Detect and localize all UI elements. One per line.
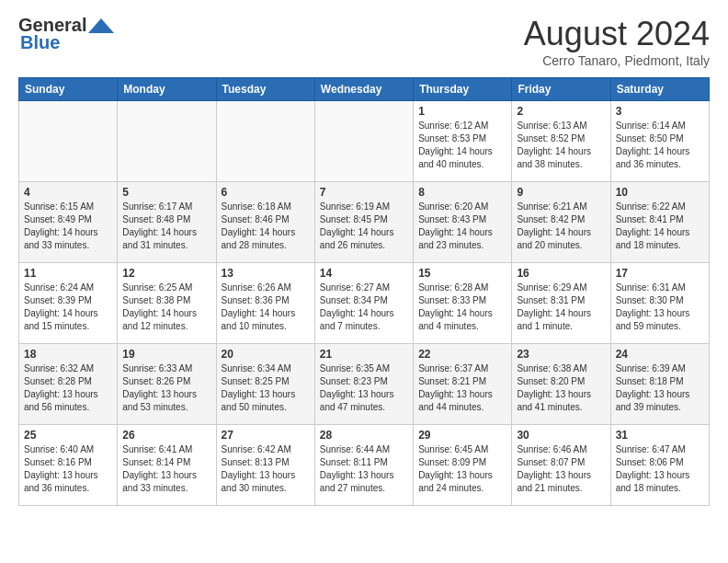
- calendar-cell: 26Sunrise: 6:41 AMSunset: 8:14 PMDayligh…: [118, 425, 216, 506]
- calendar-cell: 29Sunrise: 6:45 AMSunset: 8:09 PMDayligh…: [414, 425, 512, 506]
- day-number: 19: [122, 348, 210, 361]
- calendar-cell: [314, 101, 413, 182]
- day-info: Sunrise: 6:12 AMSunset: 8:53 PMDaylight:…: [418, 120, 506, 171]
- logo-icon: [88, 17, 114, 35]
- day-number: 17: [616, 267, 704, 280]
- day-number: 23: [517, 348, 605, 361]
- day-number: 11: [24, 267, 112, 280]
- day-info: Sunrise: 6:31 AMSunset: 8:30 PMDaylight:…: [616, 282, 704, 333]
- calendar-cell: 31Sunrise: 6:47 AMSunset: 8:06 PMDayligh…: [610, 425, 709, 506]
- day-info: Sunrise: 6:29 AMSunset: 8:31 PMDaylight:…: [517, 282, 605, 333]
- calendar-cell: 6Sunrise: 6:18 AMSunset: 8:46 PMDaylight…: [216, 182, 314, 263]
- day-info: Sunrise: 6:28 AMSunset: 8:33 PMDaylight:…: [418, 282, 506, 333]
- day-info: Sunrise: 6:33 AMSunset: 8:26 PMDaylight:…: [122, 362, 210, 414]
- header-sunday: Sunday: [19, 78, 118, 101]
- day-number: 9: [517, 186, 605, 199]
- header-tuesday: Tuesday: [216, 78, 314, 101]
- day-info: Sunrise: 6:24 AMSunset: 8:39 PMDaylight:…: [24, 282, 112, 333]
- calendar-cell: 3Sunrise: 6:14 AMSunset: 8:50 PMDaylight…: [610, 101, 709, 182]
- calendar-week-3: 11Sunrise: 6:24 AMSunset: 8:39 PMDayligh…: [19, 263, 710, 344]
- day-info: Sunrise: 6:17 AMSunset: 8:48 PMDaylight:…: [122, 201, 210, 252]
- calendar-cell: 19Sunrise: 6:33 AMSunset: 8:26 PMDayligh…: [118, 344, 216, 425]
- day-number: 24: [616, 348, 704, 361]
- day-info: Sunrise: 6:18 AMSunset: 8:46 PMDaylight:…: [222, 201, 310, 252]
- calendar-cell: 14Sunrise: 6:27 AMSunset: 8:34 PMDayligh…: [314, 263, 413, 344]
- calendar-cell: 8Sunrise: 6:20 AMSunset: 8:43 PMDaylight…: [414, 182, 512, 263]
- calendar-table: SundayMondayTuesdayWednesdayThursdayFrid…: [18, 77, 710, 506]
- day-number: 1: [418, 105, 506, 118]
- day-info: Sunrise: 6:41 AMSunset: 8:14 PMDaylight:…: [122, 443, 210, 495]
- header-monday: Monday: [118, 78, 216, 101]
- day-info: Sunrise: 6:40 AMSunset: 8:16 PMDaylight:…: [24, 443, 112, 495]
- day-info: Sunrise: 6:15 AMSunset: 8:49 PMDaylight:…: [24, 201, 112, 252]
- day-info: Sunrise: 6:47 AMSunset: 8:06 PMDaylight:…: [616, 443, 704, 495]
- day-info: Sunrise: 6:39 AMSunset: 8:18 PMDaylight:…: [616, 362, 704, 414]
- location-subtitle: Cerro Tanaro, Piedmont, Italy: [524, 53, 710, 68]
- day-number: 22: [418, 348, 506, 361]
- day-info: Sunrise: 6:13 AMSunset: 8:52 PMDaylight:…: [517, 120, 605, 171]
- day-info: Sunrise: 6:44 AMSunset: 8:11 PMDaylight:…: [320, 443, 408, 495]
- calendar-cell: 9Sunrise: 6:21 AMSunset: 8:42 PMDaylight…: [512, 182, 610, 263]
- logo-blue: Blue: [20, 32, 60, 53]
- day-info: Sunrise: 6:21 AMSunset: 8:42 PMDaylight:…: [517, 201, 605, 252]
- calendar-cell: 12Sunrise: 6:25 AMSunset: 8:38 PMDayligh…: [118, 263, 216, 344]
- header-thursday: Thursday: [414, 78, 512, 101]
- day-number: 4: [24, 186, 112, 199]
- day-info: Sunrise: 6:46 AMSunset: 8:07 PMDaylight:…: [517, 443, 605, 495]
- calendar-cell: 2Sunrise: 6:13 AMSunset: 8:52 PMDaylight…: [512, 101, 610, 182]
- day-number: 18: [24, 348, 112, 361]
- header-wednesday: Wednesday: [314, 78, 413, 101]
- day-info: Sunrise: 6:25 AMSunset: 8:38 PMDaylight:…: [122, 282, 210, 333]
- header-saturday: Saturday: [610, 78, 709, 101]
- calendar-cell: 18Sunrise: 6:32 AMSunset: 8:28 PMDayligh…: [19, 344, 118, 425]
- calendar-header-row: SundayMondayTuesdayWednesdayThursdayFrid…: [19, 78, 710, 101]
- calendar-cell: 5Sunrise: 6:17 AMSunset: 8:48 PMDaylight…: [118, 182, 216, 263]
- calendar-cell: 24Sunrise: 6:39 AMSunset: 8:18 PMDayligh…: [610, 344, 709, 425]
- day-number: 3: [616, 105, 704, 118]
- page-header: General Blue August 2024 Cerro Tanaro, P…: [18, 15, 710, 68]
- day-number: 6: [222, 186, 310, 199]
- day-info: Sunrise: 6:32 AMSunset: 8:28 PMDaylight:…: [24, 362, 112, 414]
- day-number: 21: [320, 348, 408, 361]
- day-info: Sunrise: 6:45 AMSunset: 8:09 PMDaylight:…: [418, 443, 506, 495]
- calendar-cell: 7Sunrise: 6:19 AMSunset: 8:45 PMDaylight…: [314, 182, 413, 263]
- calendar-cell: 17Sunrise: 6:31 AMSunset: 8:30 PMDayligh…: [610, 263, 709, 344]
- day-number: 30: [517, 429, 605, 442]
- month-title: August 2024: [524, 15, 710, 53]
- day-number: 16: [517, 267, 605, 280]
- calendar-cell: 10Sunrise: 6:22 AMSunset: 8:41 PMDayligh…: [610, 182, 709, 263]
- day-info: Sunrise: 6:20 AMSunset: 8:43 PMDaylight:…: [418, 201, 506, 252]
- calendar-cell: 16Sunrise: 6:29 AMSunset: 8:31 PMDayligh…: [512, 263, 610, 344]
- day-info: Sunrise: 6:14 AMSunset: 8:50 PMDaylight:…: [616, 120, 704, 171]
- day-number: 14: [320, 267, 408, 280]
- calendar-week-2: 4Sunrise: 6:15 AMSunset: 8:49 PMDaylight…: [19, 182, 710, 263]
- day-number: 15: [418, 267, 506, 280]
- day-info: Sunrise: 6:35 AMSunset: 8:23 PMDaylight:…: [320, 362, 408, 414]
- calendar-cell: [118, 101, 216, 182]
- day-info: Sunrise: 6:38 AMSunset: 8:20 PMDaylight:…: [517, 362, 605, 414]
- day-number: 26: [122, 429, 210, 442]
- day-number: 31: [616, 429, 704, 442]
- day-number: 29: [418, 429, 506, 442]
- calendar-cell: [19, 101, 118, 182]
- calendar-cell: 27Sunrise: 6:42 AMSunset: 8:13 PMDayligh…: [216, 425, 314, 506]
- calendar-cell: 1Sunrise: 6:12 AMSunset: 8:53 PMDaylight…: [414, 101, 512, 182]
- calendar-week-5: 25Sunrise: 6:40 AMSunset: 8:16 PMDayligh…: [19, 425, 710, 506]
- day-number: 28: [320, 429, 408, 442]
- calendar-cell: 20Sunrise: 6:34 AMSunset: 8:25 PMDayligh…: [216, 344, 314, 425]
- calendar-cell: 21Sunrise: 6:35 AMSunset: 8:23 PMDayligh…: [314, 344, 413, 425]
- day-number: 13: [222, 267, 310, 280]
- day-info: Sunrise: 6:19 AMSunset: 8:45 PMDaylight:…: [320, 201, 408, 252]
- calendar-week-4: 18Sunrise: 6:32 AMSunset: 8:28 PMDayligh…: [19, 344, 710, 425]
- calendar-cell: 23Sunrise: 6:38 AMSunset: 8:20 PMDayligh…: [512, 344, 610, 425]
- calendar-cell: 28Sunrise: 6:44 AMSunset: 8:11 PMDayligh…: [314, 425, 413, 506]
- day-info: Sunrise: 6:26 AMSunset: 8:36 PMDaylight:…: [222, 282, 310, 333]
- logo: General Blue: [18, 15, 114, 53]
- day-number: 12: [122, 267, 210, 280]
- calendar-cell: [216, 101, 314, 182]
- calendar-week-1: 1Sunrise: 6:12 AMSunset: 8:53 PMDaylight…: [19, 101, 710, 182]
- day-info: Sunrise: 6:42 AMSunset: 8:13 PMDaylight:…: [222, 443, 310, 495]
- calendar-cell: 25Sunrise: 6:40 AMSunset: 8:16 PMDayligh…: [19, 425, 118, 506]
- day-number: 25: [24, 429, 112, 442]
- day-number: 2: [517, 105, 605, 118]
